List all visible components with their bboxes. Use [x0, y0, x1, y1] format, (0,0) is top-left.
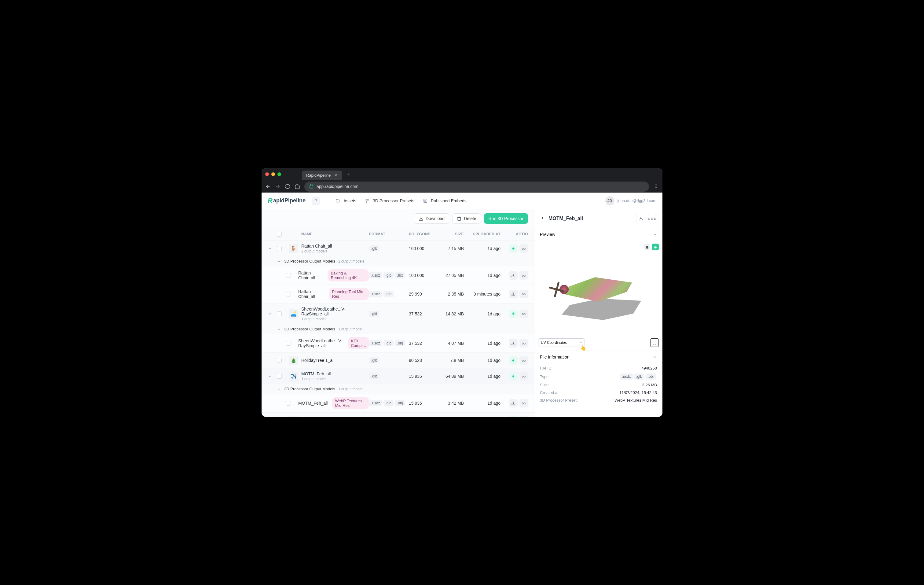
table-row[interactable]: 🛋️SheenWoodLeathe...V-RaySimple_all1 out…: [262, 303, 534, 324]
expand-toggle[interactable]: [268, 312, 277, 316]
row-more-button[interactable]: oo: [520, 399, 528, 407]
format-tag: .glb: [383, 400, 394, 406]
row-download-button[interactable]: [509, 399, 518, 407]
row-more-button[interactable]: oo: [520, 290, 528, 298]
svg-point-4: [368, 199, 369, 200]
process-button[interactable]: [509, 372, 518, 380]
output-group-header[interactable]: 3D Processor Output Models2 output model…: [262, 256, 534, 266]
row-more-button[interactable]: oo: [520, 339, 528, 347]
nav-item-3d-processor-presets[interactable]: 3D Processor Presets: [365, 198, 414, 203]
row-checkbox[interactable]: [286, 341, 291, 346]
row-more-button[interactable]: oo: [520, 416, 528, 417]
expand-toggle[interactable]: [277, 387, 281, 391]
expand-toggle[interactable]: [277, 327, 281, 331]
file-info-section-toggle[interactable]: File Information: [535, 351, 662, 363]
new-tab-button[interactable]: +: [347, 171, 350, 178]
app-logo[interactable]: RapidPipeline: [268, 197, 305, 205]
panel-collapse-button[interactable]: [540, 215, 545, 221]
asset-name: SheenWoodLeathe...V-RaySimple_all: [301, 307, 369, 316]
tab-close-icon[interactable]: [334, 173, 338, 177]
asset-thumbnail: 🪑: [289, 244, 298, 253]
row-checkbox[interactable]: [286, 292, 291, 296]
format-tag: .glb: [383, 340, 394, 346]
render-mode-select[interactable]: UV Coordinates 👆: [538, 338, 585, 347]
fullscreen-button[interactable]: [650, 338, 659, 347]
table-row[interactable]: 🎄HolidayTree 1_all.glb90 5237.8 MB1d ago…: [262, 352, 534, 368]
output-group-header[interactable]: 3D Processor Output Models1 output model: [262, 384, 534, 394]
output-group-header[interactable]: 3D Processor Output Models1 output model: [262, 324, 534, 334]
table-row[interactable]: 🪑Rattan Chair_all2 output models.glb100 …: [262, 240, 534, 256]
user-avatar[interactable]: JD: [605, 196, 614, 205]
reload-button[interactable]: [285, 184, 290, 189]
url-text: app.rapidpipeline.com: [317, 184, 358, 189]
row-checkbox[interactable]: [286, 401, 291, 406]
forward-button[interactable]: [275, 184, 280, 189]
preview-mode-3d-button[interactable]: ◉: [652, 244, 659, 250]
format-tag: .glb: [369, 245, 379, 251]
select-all-checkbox[interactable]: [277, 232, 282, 236]
preview-viewport[interactable]: ▦ ◉ UV Coordinates 👆: [535, 241, 662, 350]
browser-tab[interactable]: RapidPipeline: [302, 170, 342, 180]
window-close-button[interactable]: [265, 172, 269, 176]
home-button[interactable]: [295, 184, 300, 189]
row-more-button[interactable]: oo: [520, 271, 528, 280]
browser-titlebar: RapidPipeline +: [262, 168, 662, 180]
row-checkbox[interactable]: [277, 374, 282, 379]
help-button[interactable]: ?: [312, 197, 320, 205]
type-label: Type:: [540, 374, 550, 379]
row-download-button[interactable]: [509, 290, 518, 298]
format-tag: .usdz: [369, 400, 382, 406]
nav-item-published-embeds[interactable]: Published Embeds: [423, 198, 467, 203]
row-more-button[interactable]: oo: [520, 244, 528, 253]
table-row[interactable]: ✈️MOTM_Feb_all1 output model.glb15 93564…: [262, 368, 534, 384]
download-button[interactable]: Download: [414, 213, 449, 224]
file-size: 3.42 MB: [436, 401, 464, 406]
asset-name: Rattan Chair_all: [298, 271, 323, 280]
row-more-button[interactable]: oo: [520, 372, 528, 380]
url-input[interactable]: app.rapidpipeline.com: [304, 182, 649, 192]
back-button[interactable]: [265, 184, 271, 189]
run-3d-processor-button[interactable]: Run 3D Processor: [484, 213, 528, 224]
process-button[interactable]: [509, 416, 518, 417]
table-row[interactable]: MOTM_Feb_allWebP Textures Mid Res.usdz.g…: [262, 394, 534, 412]
row-more-button[interactable]: oo: [520, 310, 528, 318]
table-row[interactable]: SheenWoodLeathe...V-RaySimple_allKTX Com…: [262, 334, 534, 352]
row-checkbox[interactable]: [277, 358, 282, 363]
row-checkbox[interactable]: [277, 246, 282, 251]
preview-mode-image-button[interactable]: ▦: [644, 244, 650, 250]
table-row[interactable]: Rattan Chair_allPlanning Tool Mid Res.us…: [262, 284, 534, 303]
preview-section-toggle[interactable]: Preview: [535, 228, 662, 241]
polygon-count: 100 000: [409, 273, 436, 278]
browser-menu-button[interactable]: [653, 183, 659, 190]
table-row[interactable]: Rattan Chair_allBaking & Remeshing 4K.us…: [262, 266, 534, 284]
delete-button[interactable]: Delete: [452, 213, 481, 224]
asset-thumbnail: 🛋️: [289, 309, 298, 319]
process-button[interactable]: [509, 244, 518, 253]
asset-name: MOTM_Feb_all: [298, 401, 328, 406]
expand-toggle[interactable]: [268, 246, 277, 251]
row-more-button[interactable]: oo: [520, 356, 528, 365]
asset-name: Rattan Chair_all: [298, 289, 325, 299]
asset-subtitle: 2 output models: [301, 249, 369, 253]
table-row[interactable]: 🪴DiffuseTransmis...Plant_opt_8_all.glb60…: [262, 412, 534, 417]
window-maximize-button[interactable]: [277, 172, 281, 176]
format-tag: .obj: [395, 400, 405, 406]
svg-rect-0: [310, 186, 313, 188]
preview-model: [556, 268, 641, 323]
row-download-button[interactable]: [509, 339, 518, 347]
row-checkbox[interactable]: [277, 311, 282, 316]
nav-item-assets[interactable]: Assets: [335, 198, 356, 203]
expand-toggle[interactable]: [277, 259, 281, 263]
row-download-button[interactable]: [509, 271, 518, 280]
panel-more-button[interactable]: ooo: [648, 214, 657, 223]
process-button[interactable]: [509, 310, 518, 318]
expand-toggle[interactable]: [268, 374, 277, 378]
asset-thumbnail: 🪴: [289, 416, 298, 417]
window-minimize-button[interactable]: [271, 172, 275, 176]
browser-address-bar: app.rapidpipeline.com: [262, 180, 662, 193]
process-button[interactable]: [509, 356, 518, 365]
row-checkbox[interactable]: [286, 273, 291, 278]
action-toolbar: Download Delete Run 3D Processor: [262, 209, 534, 228]
panel-download-button[interactable]: [636, 214, 645, 223]
format-tag: .fbx: [395, 272, 405, 278]
